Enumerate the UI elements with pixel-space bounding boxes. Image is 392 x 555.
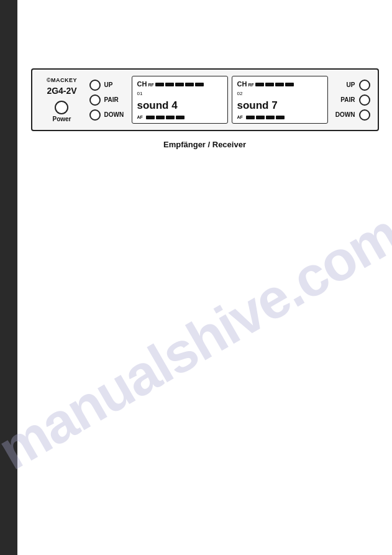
- ch-header-02: CH RF: [237, 80, 254, 88]
- rf-meter-row-01: CH RF: [137, 80, 222, 88]
- right-pair-row: PAIR: [340, 94, 370, 106]
- af-label-01: AF: [137, 115, 145, 119]
- rf-meter-row-02: CH RF: [237, 80, 322, 88]
- ch-header-01: CH RF: [137, 80, 154, 88]
- rf-bar-01: [155, 83, 204, 86]
- rf-seg-1: [155, 83, 164, 86]
- rf-seg2-4: [285, 83, 294, 86]
- receiver-panel: ©MACKEY 2G4-2V Power UP PAIR DOWN: [31, 68, 379, 131]
- af-label-02: AF: [237, 115, 245, 119]
- right-down-row: DOWN: [335, 109, 370, 121]
- af-meter-row-01: AF: [137, 115, 222, 119]
- pair-label: PAIR: [104, 96, 119, 103]
- af-seg-4: [176, 116, 185, 119]
- main-content: ©MACKEY 2G4-2V Power UP PAIR DOWN: [17, 0, 392, 555]
- channel-block-01: CH RF 01 sound 4 AF: [132, 76, 228, 124]
- up-button[interactable]: [89, 80, 101, 91]
- ch-label-02: CH: [237, 80, 247, 88]
- down-label: DOWN: [104, 111, 124, 118]
- right-pair-button[interactable]: [359, 94, 370, 106]
- rf-seg-4: [185, 83, 194, 86]
- power-circle-icon[interactable]: [55, 101, 68, 114]
- rf-seg2-3: [275, 83, 284, 86]
- right-up-label: UP: [347, 81, 355, 88]
- af-bar-01: [146, 116, 185, 119]
- channel-block-02: CH RF 02 sound 7 AF: [232, 76, 328, 124]
- sound-name-02: sound 7: [237, 99, 322, 112]
- af-seg-3: [166, 116, 175, 119]
- af-meter-row-02: AF: [237, 115, 322, 119]
- af-seg2-2: [256, 116, 265, 119]
- channels-area: CH RF 01 sound 4 AF: [132, 76, 328, 124]
- pair-control-row: PAIR: [89, 94, 119, 106]
- right-up-button[interactable]: [359, 80, 370, 91]
- rf-sub-01: RF: [148, 83, 153, 87]
- brand-logo: ©MACKEY: [47, 77, 77, 83]
- brand-model: 2G4-2V: [47, 86, 76, 96]
- up-label: UP: [104, 81, 113, 88]
- pair-button[interactable]: [89, 94, 101, 106]
- left-controls: UP PAIR DOWN: [89, 80, 127, 121]
- sound-name-01: sound 4: [137, 99, 222, 112]
- rf-seg-2: [165, 83, 174, 86]
- rf-seg-5: [195, 83, 204, 86]
- left-bar: [0, 0, 17, 555]
- af-seg2-1: [246, 116, 255, 119]
- power-label: Power: [52, 116, 71, 122]
- rf-sub-02: RF: [248, 83, 253, 87]
- ch-label-01: CH: [137, 80, 147, 88]
- brand-section: ©MACKEY 2G4-2V Power: [40, 77, 84, 122]
- right-pair-label: PAIR: [340, 96, 355, 103]
- rf-bar-02: [255, 83, 294, 86]
- right-down-label: DOWN: [335, 111, 355, 118]
- af-bar-02: [246, 116, 285, 119]
- up-control-row: UP: [89, 80, 113, 91]
- right-up-row: UP: [347, 80, 370, 91]
- af-seg-1: [146, 116, 155, 119]
- rf-seg2-1: [255, 83, 264, 86]
- ch-number-01: 01: [137, 91, 222, 96]
- ch-number-02: 02: [237, 91, 322, 96]
- af-seg2-3: [266, 116, 275, 119]
- caption: Empfänger / Receiver: [163, 140, 246, 149]
- right-controls: UP PAIR DOWN: [333, 80, 370, 121]
- af-seg2-4: [276, 116, 285, 119]
- down-button[interactable]: [89, 109, 101, 121]
- power-button-group: Power: [52, 101, 71, 122]
- rf-seg2-2: [265, 83, 274, 86]
- right-down-button[interactable]: [359, 109, 370, 121]
- down-control-row: DOWN: [89, 109, 124, 121]
- af-seg-2: [156, 116, 165, 119]
- rf-seg-3: [175, 83, 184, 86]
